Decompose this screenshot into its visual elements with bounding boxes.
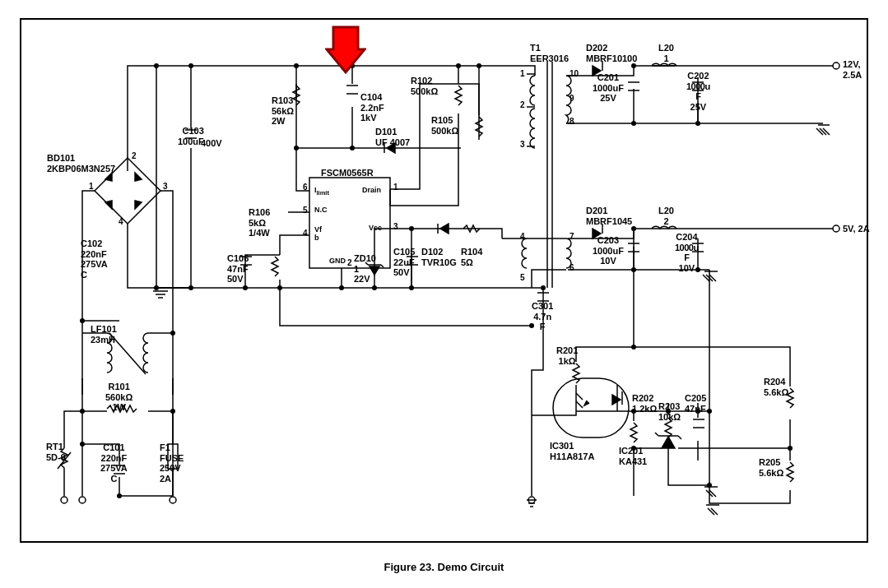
ref-C105: C10522uF50V bbox=[393, 247, 415, 278]
ref-C106: C10647nF50V bbox=[227, 253, 249, 285]
ic-pin6-num: 6 bbox=[303, 183, 308, 192]
t1-pin7: 7 bbox=[570, 232, 574, 241]
ref-IC301: IC301H11A817A bbox=[550, 441, 594, 461]
ic-pin5-num: 5 bbox=[303, 206, 308, 215]
figure-caption: Figure 23. Demo Circuit bbox=[0, 561, 888, 573]
ref-C204: C2041000uF10V bbox=[675, 232, 699, 274]
ic-pin3-name: Vcc bbox=[369, 224, 382, 232]
ref-R204: R2045.6kΩ bbox=[764, 377, 788, 397]
ref-RT1: RT15D-9 bbox=[46, 442, 66, 462]
ref-C203: C2031000uF10V bbox=[593, 235, 624, 266]
ref-IC201: IC201KA431 bbox=[619, 446, 647, 466]
ref-R205: R2055.6kΩ bbox=[759, 457, 783, 478]
ref-ZD101: ZD10122V bbox=[354, 253, 376, 285]
ref-LF101: LF10123mH bbox=[91, 324, 117, 345]
ref-C205: C20547nF bbox=[685, 393, 706, 414]
ref-C301: C3014.7nF bbox=[532, 301, 553, 332]
ref-ic-main: FSCM0565R bbox=[321, 168, 374, 178]
svg-point-15 bbox=[294, 146, 299, 150]
ic-pin1-name: Drain bbox=[362, 186, 381, 194]
svg-point-40 bbox=[170, 497, 176, 503]
svg-point-38 bbox=[117, 493, 122, 498]
svg-point-20 bbox=[631, 226, 636, 231]
t1-pin9: 9 bbox=[570, 94, 574, 103]
ref-BD101: BD1012KBP06M3N257 bbox=[47, 153, 115, 174]
t1-pin2: 2 bbox=[520, 100, 525, 109]
ref-R103: R10356kΩ2W bbox=[272, 95, 294, 127]
svg-point-17 bbox=[631, 63, 636, 68]
svg-point-12 bbox=[372, 285, 377, 290]
svg-point-13 bbox=[409, 285, 414, 290]
ic-pin2-num: 2 bbox=[347, 258, 352, 267]
svg-point-29 bbox=[788, 446, 793, 451]
bridge-pin-1: 1 bbox=[89, 182, 94, 191]
t1-pin10: 10 bbox=[570, 69, 579, 78]
t1-pin5: 5 bbox=[520, 273, 525, 282]
ic-pin1-num: 1 bbox=[393, 183, 398, 192]
ref-C202: C2021000uF25V bbox=[686, 71, 710, 113]
ic-pin4-num: 4 bbox=[303, 229, 308, 238]
ref-C104: C1042.2nF1kV bbox=[360, 92, 384, 123]
svg-point-19 bbox=[695, 121, 700, 126]
svg-point-7 bbox=[154, 285, 159, 290]
svg-marker-47 bbox=[327, 27, 365, 72]
ref-R106: R1065kΩ1/4W bbox=[249, 207, 270, 238]
svg-point-41 bbox=[61, 497, 67, 503]
svg-point-3 bbox=[294, 63, 299, 68]
t1-pin3: 3 bbox=[520, 140, 525, 149]
ref-D201: D201MBRF1045 bbox=[586, 206, 632, 226]
ic-pin5-name: N.C bbox=[314, 206, 328, 214]
svg-point-18 bbox=[631, 121, 636, 126]
output-12v: 12V,2.5A bbox=[843, 59, 862, 80]
bridge-pin-3: 3 bbox=[163, 182, 168, 191]
svg-point-8 bbox=[188, 285, 193, 290]
ref-D101: D101UF 4007 bbox=[375, 127, 410, 147]
svg-point-9 bbox=[243, 285, 248, 290]
ref-R101: R101560kΩ1W bbox=[105, 382, 133, 413]
ref-D102: D102TVR10G bbox=[421, 247, 457, 267]
t1-pin4: 4 bbox=[520, 232, 525, 241]
svg-point-5 bbox=[456, 63, 461, 68]
svg-point-31 bbox=[541, 285, 546, 290]
svg-point-37 bbox=[80, 442, 85, 447]
bridge-pin-4: 4 bbox=[119, 217, 123, 226]
ref-R104: R1045Ω bbox=[461, 247, 482, 267]
t1-pin8: 8 bbox=[570, 117, 574, 126]
svg-point-21 bbox=[631, 267, 636, 272]
ic-pin4-name: Vfb bbox=[314, 225, 322, 242]
ref-R201: R2011kΩ bbox=[556, 345, 578, 366]
svg-point-33 bbox=[80, 318, 85, 323]
t1-pin6: 6 bbox=[570, 263, 574, 272]
bridge-pin-2: 2 bbox=[132, 151, 137, 160]
svg-point-34 bbox=[170, 331, 175, 336]
svg-point-6 bbox=[477, 63, 481, 68]
ref-C102: C102220nF275VAC bbox=[81, 238, 108, 280]
ref-C201: C2011000uF25V bbox=[593, 72, 624, 104]
svg-point-42 bbox=[833, 63, 839, 69]
ref-R202: R2021.2kΩ bbox=[632, 393, 657, 414]
svg-point-1 bbox=[154, 63, 159, 68]
svg-point-30 bbox=[707, 483, 712, 488]
ref-R203: R20310kΩ bbox=[658, 401, 681, 422]
ref-L20-2: L202 bbox=[658, 206, 674, 226]
ic-pin3-num: 3 bbox=[393, 222, 398, 231]
svg-point-23 bbox=[631, 345, 636, 350]
svg-point-39 bbox=[79, 497, 86, 503]
svg-point-10 bbox=[277, 285, 282, 290]
output-5v: 5V, 2A bbox=[843, 224, 870, 234]
ref-R105: R105500kΩ bbox=[431, 115, 458, 136]
svg-point-11 bbox=[339, 285, 344, 290]
svg-point-14 bbox=[409, 226, 414, 231]
ref-R102: R102500kΩ bbox=[411, 76, 438, 96]
ic-pin2-name: GND bbox=[329, 257, 346, 265]
ref-F1: F1FUSE250V2A bbox=[160, 442, 184, 484]
ref-D202: D202MBRF10100 bbox=[586, 43, 637, 63]
svg-point-43 bbox=[833, 225, 839, 232]
t1-pin1: 1 bbox=[520, 69, 525, 78]
ref-T1: T1EER3016 bbox=[530, 43, 569, 63]
schematic-wiring bbox=[0, 0, 888, 588]
ref-C101: C101220nF275VAC bbox=[100, 442, 128, 484]
callout-arrow bbox=[325, 23, 366, 81]
svg-point-16 bbox=[350, 146, 355, 150]
ic-pin6-name: Ilimit bbox=[314, 186, 329, 197]
